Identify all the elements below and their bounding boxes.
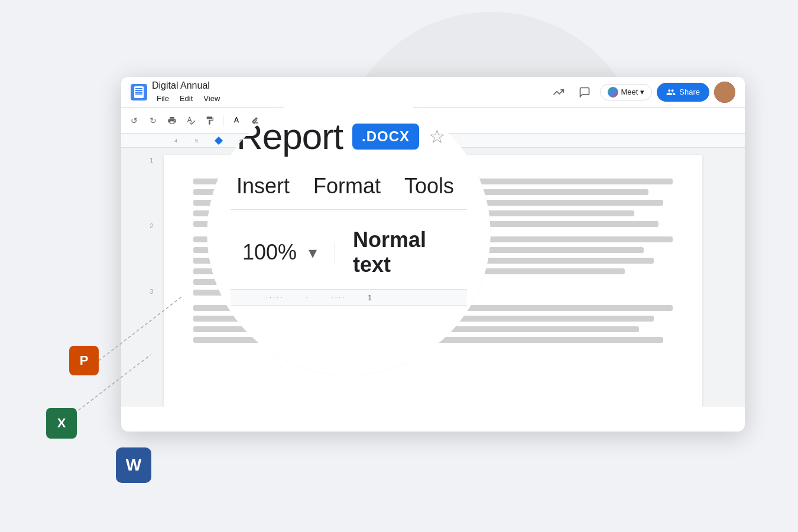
title-right: Meet ▾ Share <box>548 82 735 103</box>
magnify-menu-row: Insert Format Tools <box>231 174 467 210</box>
magnify-overlay: Report .DOCX ☆ Insert Format Tools 100% … <box>207 92 491 375</box>
redo-button[interactable]: ↻ <box>145 112 161 129</box>
magnify-zoom-row: 100% ▾ Normal text <box>231 228 467 277</box>
page-margin-indicator: 1 2 3 <box>121 148 157 407</box>
user-avatar[interactable] <box>714 82 735 103</box>
menu-file[interactable]: File <box>152 93 174 104</box>
format-paint-button[interactable] <box>202 112 218 129</box>
toolbar-separator-1 <box>223 115 223 126</box>
text-color-button[interactable] <box>228 112 245 129</box>
menu-edit[interactable]: Edit <box>175 93 197 104</box>
docs-app-icon <box>131 84 147 100</box>
magnify-ruler: · · · · · · · · · · 1 <box>231 289 467 306</box>
meet-dot <box>608 87 618 98</box>
comment-icon-btn[interactable] <box>574 82 595 103</box>
powerpoint-icon: P <box>69 346 99 375</box>
magnify-menu-insert[interactable]: Insert <box>236 174 290 199</box>
zoom-level[interactable]: 100% <box>242 240 297 265</box>
share-button[interactable]: Share <box>657 83 709 102</box>
magnify-content: Report .DOCX ☆ Insert Format Tools 100% … <box>207 92 491 375</box>
magnify-menu-format[interactable]: Format <box>313 174 381 199</box>
title-bar: Digital Annual File Edit View Meet ▾ Sha… <box>121 77 745 108</box>
zoom-separator <box>335 242 335 263</box>
meet-chevron: ▾ <box>640 87 644 96</box>
normal-text-label[interactable]: Normal text <box>353 228 467 277</box>
undo-button[interactable]: ↺ <box>126 112 142 129</box>
ruler-number: 1 <box>368 293 372 302</box>
menu-view[interactable]: View <box>199 93 225 104</box>
print-button[interactable] <box>164 112 180 129</box>
trending-icon-btn[interactable] <box>548 82 569 103</box>
excel-icon: X <box>46 408 77 439</box>
zoom-dropdown-arrow[interactable]: ▾ <box>309 243 317 262</box>
word-icon: W <box>116 447 151 483</box>
page-right-margin <box>709 148 745 407</box>
share-label: Share <box>679 87 700 96</box>
star-icon[interactable]: ☆ <box>429 125 446 148</box>
docx-badge[interactable]: .DOCX <box>352 124 419 150</box>
meet-button[interactable]: Meet ▾ <box>600 84 652 100</box>
meet-label: Meet <box>621 87 638 96</box>
magnify-menu-tools[interactable]: Tools <box>404 174 454 199</box>
spellcheck-button[interactable] <box>183 112 199 129</box>
doc-title: Digital Annual <box>152 80 543 91</box>
